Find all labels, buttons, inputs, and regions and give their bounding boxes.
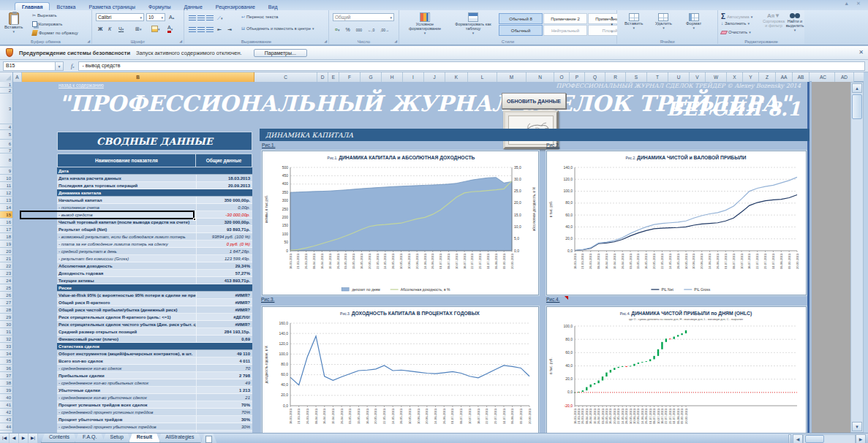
row-header-8[interactable]: 8 [0,154,13,167]
cut-button[interactable]: ✂Вырезать [32,12,57,18]
style-cell[interactable]: Обычный [499,25,543,36]
table-row[interactable]: - среднедневное кол-во прибыльных сделок… [57,379,252,387]
table-row[interactable]: Чистый торговый капитал (после вывода ср… [57,219,252,226]
row-header-10[interactable]: 10 [0,175,13,182]
column-header-L[interactable]: L [468,72,497,82]
ribbon-tab-Вставка[interactable]: Вставка [50,3,82,10]
column-header-D[interactable]: D [317,72,328,82]
decrease-indent-button[interactable]: ⇤ [215,26,224,34]
row-header-5[interactable]: 5 [0,130,13,140]
insert-worksheet-tab[interactable] [200,433,216,443]
column-header-R[interactable]: R [605,72,626,82]
table-row[interactable]: Текущие активы413 893,71р. [57,277,252,284]
row-header-21[interactable]: 21 [0,255,13,262]
dialog-launcher-icon[interactable]: ◢ [394,39,397,43]
column-header-H[interactable]: H [382,72,403,82]
scroll-down-icon[interactable]: ▼ [852,422,862,431]
align-right-icon[interactable] [206,27,214,33]
table-row[interactable]: - результат без комиссии (Gross)123 599,… [57,255,252,262]
scroll-up-icon[interactable]: ▲ [852,83,862,93]
number-format-combo[interactable]: Общий▾ [333,13,394,21]
table-row[interactable]: Результат общий (Net)93 893,71р. [57,226,252,233]
table-row[interactable]: - среднедневной процент успешных трейдов… [57,409,252,416]
align-top-icon[interactable] [189,15,196,21]
column-header-G[interactable]: G [361,72,382,82]
table-row[interactable]: - плата за не соблюдение лимита потерь н… [57,241,252,248]
bold-button[interactable]: Ж [96,25,105,33]
align-middle-icon[interactable] [197,15,205,21]
comma-style-button[interactable]: 000 [354,26,364,34]
table-row[interactable]: Общий риск чистой прибыли/убытка (денежн… [57,306,252,314]
formula-input[interactable]: - вывод средств [78,61,865,71]
font-name-combo[interactable]: Calibri▾ [96,13,144,21]
horizontal-scrollbar[interactable] [803,434,856,443]
table-row[interactable]: - среднедневной процент убыточных трейдо… [57,423,252,431]
row-header-40[interactable]: 40 [0,394,13,401]
selected-cell-outline[interactable] [20,211,195,219]
column-header-Y[interactable]: Y [743,72,759,82]
row-header-25[interactable]: 25 [0,284,13,292]
row-header-22[interactable]: 22 [0,262,13,270]
table-row[interactable]: Начальный капитал350 000,00р. [57,197,252,204]
table-row[interactable]: Дата начала расчета данных18.03.2013 [57,175,252,182]
grow-font-button[interactable]: A▴ [167,13,176,21]
fig2-link[interactable]: Рис.2. [546,143,559,148]
row-header-34[interactable]: 34 [0,350,13,357]
message-bar-close-icon[interactable]: ✕ [858,49,864,56]
row-header-44[interactable]: 44 [0,423,13,431]
style-cell[interactable]: Примечание 2 [543,13,587,24]
table-row[interactable]: Абсолютная доходность29,34% [57,262,252,270]
gallery-more-button[interactable]: ▿ [608,28,615,34]
ribbon-tab-Данные[interactable]: Данные [177,3,208,10]
row-header-38[interactable]: 38 [0,379,13,387]
sheet-tab-F.A.Q.[interactable]: F.A.Q. [75,433,105,443]
row-header-6[interactable]: 6 [0,140,13,148]
merge-center-button[interactable]: ⊟Объединить и поместить в центре▾ [241,26,314,31]
row-header-23[interactable]: 23 [0,270,13,277]
italic-button[interactable]: К [106,25,113,33]
ribbon-tab-Главная[interactable]: Главная [15,2,50,10]
name-box[interactable]: B15 [3,61,56,71]
font-color-button[interactable]: А▾ [165,25,175,33]
window-controls[interactable]: ▲ ✕ [844,1,864,7]
row-header-7[interactable]: 7 [0,148,13,154]
row-header-4[interactable]: 4 [0,124,13,130]
row-header-35[interactable]: 35 [0,357,13,365]
table-row[interactable]: Оборот инструментов (акций/фьючерсных ко… [57,350,252,357]
column-header-B[interactable]: B [22,72,254,82]
column-header-C[interactable]: C [254,72,317,82]
format-cells-button[interactable]: Формат▾ [686,13,701,30]
row-header-14[interactable]: 14 [0,204,13,211]
row-header-12[interactable]: 12 [0,189,13,197]
table-row[interactable]: Общий риск R-кратного#ИМЯ? [57,299,252,306]
row-header-43[interactable]: 43 [0,416,13,423]
table-row[interactable]: Процент убыточных трейдов30% [57,416,252,423]
table-row[interactable]: Процент успешных трейдов всех сделок70% [57,401,252,409]
column-header-K[interactable]: K [445,72,468,82]
table-row[interactable]: Риск отрицательных сделок чистого убытка… [57,321,252,328]
increase-decimal-button[interactable]: ←,0 [366,26,377,34]
column-header-Q[interactable]: Q [585,72,605,82]
row-header-17[interactable]: 17 [0,226,13,233]
format-as-table-button[interactable]: Форматировать как таблицу▾ [450,12,496,35]
row-header-3[interactable]: 3 [0,94,13,124]
column-header-AD[interactable]: AD [835,72,854,82]
table-section-row[interactable]: Риски [57,284,252,292]
table-row[interactable]: Доходность годовая57,27% [57,270,252,277]
column-header-J[interactable]: J [424,72,445,82]
column-header-M[interactable]: M [497,72,527,82]
column-header-O[interactable]: O [554,72,570,82]
increase-indent-button[interactable]: ⇥ [225,26,234,34]
gallery-down-button[interactable]: ▾ [608,20,615,27]
row-header-28[interactable]: 28 [0,306,13,314]
row-header-30[interactable]: 30 [0,321,13,328]
orientation-button[interactable]: ⟋▾ [215,14,224,22]
row-header-39[interactable]: 39 [0,387,13,394]
table-row[interactable]: - средний результат в день1 647,26р. [57,248,252,255]
table-row[interactable]: Финансовый рычаг (плечо)0,69 [57,336,252,343]
insert-function-icon[interactable]: fx [71,63,74,69]
horizontal-scroll-thumb[interactable] [805,435,824,443]
column-header-F[interactable]: F [339,72,361,82]
chart-fig2[interactable]: 0,020,040,060,080,0100,0120,0140,018.03.… [546,151,807,295]
gallery-up-button[interactable]: ▴ [608,13,615,20]
